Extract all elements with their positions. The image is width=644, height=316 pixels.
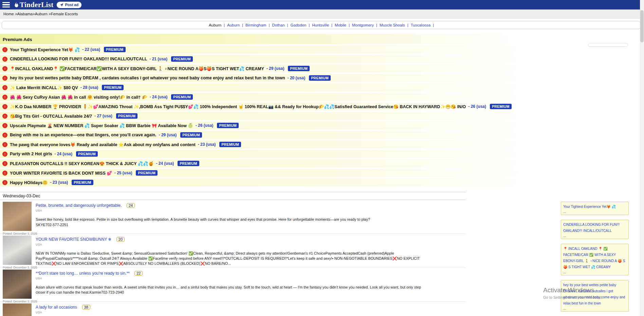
arrow-up-icon	[2, 47, 7, 52]
listing-list: Petite, brunette, and dangerously unforg…	[0, 200, 466, 316]
listing-contact: SKYE702-577-2251	[36, 223, 463, 227]
premium-ad-title[interactable]: 📍INCALL OAKLAND📍 ✅FACETIME/CAR✅WITH A SE…	[10, 66, 264, 71]
premium-ad-row[interactable]: Party with 2 Hot girls - 24 (usa) PREMIU…	[0, 150, 644, 158]
premium-ad-row[interactable]: The pawg that everyone loves🦊 Ready and …	[0, 140, 644, 149]
premium-badge: PREMIUM	[171, 94, 193, 100]
city-link-gadsden[interactable]: Gadsden	[289, 23, 308, 27]
premium-ad-title[interactable]: CINDERELLA LOOKING FOR FUN!!! OAKLAND!!!…	[10, 57, 147, 61]
premium-ad-title[interactable]: Your Tightest Experience Yet🦊 💦	[10, 47, 80, 52]
post-ad-button[interactable]: Post ad	[57, 2, 81, 8]
premium-ad-age: - 23 (usa)	[50, 180, 68, 185]
breadcrumb-link[interactable]: Home	[3, 12, 14, 16]
premium-ad-row[interactable]: 🌺 🌺 Sexy CuRvy Asian 🌺 🌺 in call 🤗 visit…	[0, 93, 644, 101]
premium-ad-title[interactable]: Being with me is an experience—one that …	[10, 133, 157, 137]
arrow-up-icon	[2, 161, 7, 166]
sidebar-ad-link[interactable]: 📍 INCALL OAKLAND 📍 ✅ FACETIME/CAR ✅ WITH…	[563, 247, 625, 269]
city-link-auburn[interactable]: Auburn	[207, 23, 223, 27]
horizontal-scrollbar[interactable]	[588, 43, 628, 47]
sidebar-ad[interactable]: hey its your best wettes petite baby DRE…	[561, 280, 629, 312]
listing-photo[interactable]	[3, 202, 32, 231]
arrow-up-icon	[2, 142, 7, 147]
arrow-up-icon	[2, 76, 7, 81]
sidebar-ad[interactable]: 📍 INCALL OAKLAND 📍 ✅ FACETIME/CAR ✅ WITH…	[561, 244, 629, 275]
breadcrumb-link[interactable]: Alabama	[17, 12, 33, 16]
breadcrumb-separator: >	[33, 12, 35, 16]
city-nav: Auburn|Auburn|Birmingham|Dothan|Gadsden|…	[2, 21, 641, 29]
listing-description: Asian allure with curves that speak loud…	[36, 285, 426, 295]
premium-badge: PREMIUM	[136, 170, 158, 176]
city-link-dothan[interactable]: Dothan	[271, 23, 286, 27]
sidebar-ad-link[interactable]: Your Tightest Experience Yet🦊 💦	[563, 205, 616, 209]
city-link-auburn[interactable]: Auburn	[226, 23, 241, 27]
separator: |	[241, 23, 244, 27]
premium-ad-row[interactable]: PLEASANTON OUTCALLS !! SEXY KOREAN😍 THIC…	[0, 159, 644, 167]
premium-ad-title[interactable]: ✨K.O Daa NUMBER 🏆 PROVIDER 🧍✨💕AMAZING Th…	[10, 104, 466, 109]
listing-title-link[interactable]: A lady for all occasions	[36, 305, 77, 310]
arrow-up-icon	[2, 180, 7, 185]
premium-ad-row[interactable]: hey its your best wettes petite baby DRE…	[0, 74, 644, 82]
vertical-scrollbar[interactable]	[640, 0, 644, 316]
city-link-birmingham[interactable]: Birmingham	[244, 23, 268, 27]
premium-ad-row[interactable]: Upscale Playmate 🌋 NEW NUMBER 💦 Super So…	[0, 121, 644, 130]
breadcrumb: Home >Alabama>Auburn >Female Escorts	[0, 9, 644, 19]
premium-ad-row[interactable]: Your Tightest Experience Yet🦊 💦 - 22 (us…	[0, 45, 644, 54]
listing-photo[interactable]	[3, 303, 32, 316]
premium-ad-title[interactable]: 🌺 🌺 Sexy CuRvy Asian 🌺 🌺 in call 🤗 visit…	[10, 95, 147, 100]
city-link-muscle-shoals[interactable]: Muscle Shoals	[378, 23, 406, 27]
premium-ad-title[interactable]: hey its your best wettes petite baby DRE…	[10, 76, 285, 80]
breadcrumb-link[interactable]: Auburn	[35, 12, 48, 16]
premium-ad-title[interactable]: YOUR WINTER FAVORITE IS BACK DONT MISS 💕	[10, 171, 112, 176]
premium-ad-title[interactable]: The pawg that everyone loves🦊 Ready and …	[10, 142, 196, 147]
arrow-up-icon	[2, 66, 7, 71]
listing-photo[interactable]	[3, 236, 32, 265]
sidebar-ad[interactable]: Your Tightest Experience Yet🦊 💦 ...	[561, 202, 629, 215]
separator: |	[432, 23, 435, 27]
premium-ad-row[interactable]: YOUR WINTER FAVORITE IS BACK DONT MISS 💕…	[0, 169, 644, 177]
premium-ad-title[interactable]: Happy HOlidays🙃	[10, 180, 48, 185]
site-logo[interactable]: TinderList	[14, 1, 53, 9]
premium-ad-row[interactable]: Happy HOlidays🙃 - 23 (usa) PREMIUM	[0, 178, 644, 186]
premium-ad-row[interactable]: 📍INCALL OAKLAND📍 ✅FACETIME/CAR✅WITH A SE…	[0, 64, 644, 73]
premium-ad-title[interactable]: Upscale Playmate 🌋 NEW NUMBER 💦 Super So…	[10, 123, 193, 128]
listing-title-link[interactable]: YOUR NEW FAVORITE SNOWBUNNY ❄	[36, 237, 112, 242]
listing-location: USA	[36, 243, 463, 246]
premium-ad-title[interactable]: Party with 2 Hot girls	[10, 152, 52, 156]
city-link-tuscaloosa[interactable]: Tuscaloosa	[409, 23, 432, 27]
city-link-montgomery[interactable]: Montgomery	[351, 23, 375, 27]
premium-ad-title[interactable]: PLEASANTON OUTCALLS !! SEXY KOREAN😍 THIC…	[10, 161, 154, 166]
premium-ad-row[interactable]: ✨K.O Daa NUMBER 🏆 PROVIDER 🧍✨💕AMAZING Th…	[0, 102, 644, 111]
sidebar-ad[interactable]: CINDERELLA LOOKING FOR FUN!!! OAKLAND!!!…	[561, 220, 629, 239]
premium-badge: PREMIUM	[178, 161, 199, 166]
breadcrumb-separator: >	[14, 12, 17, 16]
premium-ad-row[interactable]: Being with me is an experience—one that …	[0, 131, 644, 139]
premium-ad-age: - 26 (usa)	[196, 123, 214, 128]
arrow-up-icon	[2, 95, 7, 100]
listing-photo[interactable]	[3, 270, 32, 299]
menu-icon[interactable]	[2, 2, 10, 7]
listing-title-link[interactable]: Petite, brunette, and dangerously unforg…	[36, 203, 122, 208]
premium-ad-row[interactable]: CINDERELLA LOOKING FOR FUN!!! OAKLAND!!!…	[0, 55, 644, 63]
sidebar-ad-link[interactable]: hey its your best wettes petite baby DRE…	[563, 283, 625, 305]
premium-badge: PREMIUM	[217, 123, 239, 128]
premium-ad-title[interactable]: 😘Big Tits Girl - OUTCALL Available 24/7	[10, 114, 92, 119]
premium-badge: PREMIUM	[104, 47, 126, 52]
listing-description: NEW IN TOWNMy name is Dallas !Seductive,…	[36, 251, 426, 266]
premium-ads-list: Your Tightest Experience Yet🦊 💦 - 22 (us…	[0, 45, 644, 186]
listing-item: Petite, brunette, and dangerously unforg…	[0, 200, 466, 234]
premium-ad-row[interactable]: ✨ Lake Merritt INCALL✨ $80 QV - 28 (usa)…	[0, 83, 644, 92]
premium-ad-age: - 21 (usa)	[149, 57, 167, 61]
premium-ad-row[interactable]: 😘Big Tits Girl - OUTCALL Available 24/7 …	[0, 112, 644, 120]
scrollbar-thumb[interactable]	[640, 10, 644, 42]
premium-badge: PREMIUM	[116, 113, 138, 119]
city-link-huntsville[interactable]: Huntsville	[311, 23, 330, 27]
listing-title-link[interactable]: **Don't stare too long… unless you're re…	[36, 271, 130, 276]
city-link-mobile[interactable]: Mobile	[333, 23, 348, 27]
age-badge: 38	[82, 305, 90, 310]
separator: |	[308, 23, 311, 27]
breadcrumb-link[interactable]: Female Escorts	[51, 12, 78, 16]
age-badge: 22	[134, 271, 143, 276]
sidebar-ad-link[interactable]: CINDERELLA LOOKING FOR FUN!!! OAKLAND!!!…	[563, 223, 620, 233]
premium-ads-section: Premium Ads Your Tightest Experience Yet…	[0, 34, 644, 188]
premium-ad-title[interactable]: ✨ Lake Merritt INCALL✨ $80 QV	[10, 85, 78, 90]
listing-location: USA	[36, 209, 463, 212]
